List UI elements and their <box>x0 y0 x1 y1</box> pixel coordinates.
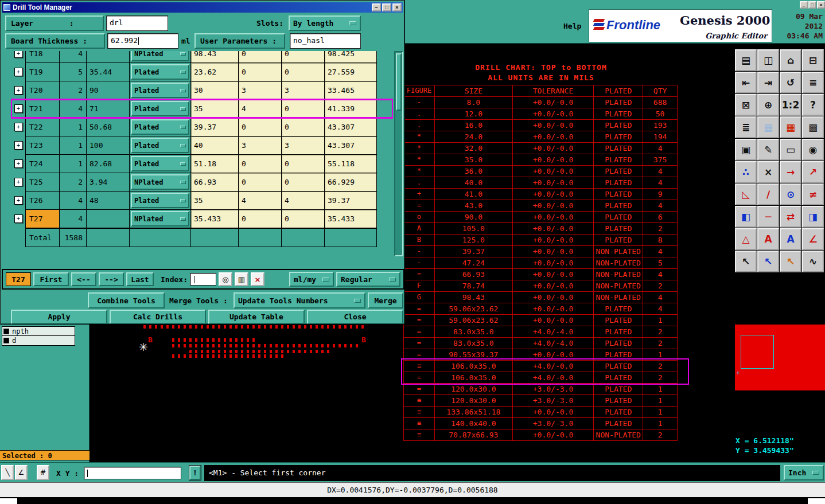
final-size-field[interactable]: 27.559 <box>324 62 377 81</box>
plated-dropdown[interactable]: Plated <box>131 138 189 153</box>
pad-origin-icon[interactable]: ↗ <box>802 161 824 183</box>
expand-icon[interactable]: + <box>14 214 23 223</box>
close-button[interactable]: Close <box>307 310 403 324</box>
param1-field[interactable]: 0 <box>238 154 282 173</box>
line-style-icon[interactable]: ─ <box>757 206 779 228</box>
drill-size-field[interactable]: 30 <box>190 81 239 100</box>
param2-field[interactable]: 0 <box>281 118 325 136</box>
sheet-stack-icon[interactable]: ≣ <box>735 116 757 138</box>
split-view-icon[interactable]: ⊟ <box>802 49 824 71</box>
circle-measure-icon[interactable]: ⊙ <box>780 183 801 205</box>
drill-size-field[interactable]: 35 <box>190 99 239 118</box>
dialog-maximize-button[interactable]: □ <box>382 3 391 11</box>
drill-size-field[interactable]: 35.433 <box>190 209 239 228</box>
param2-field[interactable]: 4 <box>281 191 325 210</box>
expand-icon[interactable]: + <box>14 104 23 113</box>
tool-name-cell[interactable]: T26 <box>25 191 60 210</box>
angle-measure-icon[interactable]: ∠ <box>802 228 824 250</box>
dialog-titlebar[interactable]: Drill Tool Manager – □ × <box>2 2 403 13</box>
table-scrollbar[interactable] <box>394 51 403 256</box>
layer-item[interactable]: npth <box>2 327 75 336</box>
drill-size-field[interactable]: 40 <box>190 136 239 155</box>
pad-icon[interactable]: ◉ <box>802 139 824 161</box>
net-points-icon[interactable]: ∴ <box>735 161 757 183</box>
shape-edit-icon[interactable]: ✎ <box>757 139 779 161</box>
app-minimize-button[interactable]: _ <box>800 1 808 9</box>
dialog-close-button[interactable]: × <box>392 3 402 11</box>
layer-input[interactable]: drl <box>106 15 168 31</box>
param2-field[interactable]: 3 <box>281 81 325 100</box>
expand-icon[interactable]: + <box>14 86 23 95</box>
tool-name-cell[interactable]: T18 <box>25 51 60 63</box>
angle-tool-icon[interactable]: ∠ <box>15 465 28 480</box>
scrollbar-thumb[interactable] <box>396 53 402 111</box>
angle-ruler-icon[interactable]: ◺ <box>735 183 757 205</box>
pad-move-icon[interactable]: → <box>780 161 801 183</box>
tool-name-cell[interactable]: T23 <box>25 136 60 155</box>
tool-name-cell[interactable]: T24 <box>25 154 60 173</box>
drill-size-field[interactable]: 35 <box>190 191 239 210</box>
select-orange-icon[interactable]: ↖ <box>780 251 801 272</box>
param2-field[interactable]: 0 <box>281 154 325 173</box>
calc-drills-button[interactable]: Calc Drills <box>110 310 206 324</box>
zoom-fit-icon[interactable]: ⊠ <box>735 94 757 116</box>
pan-left-icon[interactable]: ⇤ <box>735 72 757 93</box>
final-size-field[interactable]: 41.339 <box>324 99 377 118</box>
param2-field[interactable]: 0 <box>281 51 325 63</box>
param1-field[interactable]: 4 <box>238 191 282 210</box>
last-button[interactable]: Last <box>126 272 154 286</box>
tool-name-cell[interactable]: T19 <box>25 62 60 81</box>
slots-dropdown[interactable]: By length <box>289 15 361 31</box>
plated-dropdown[interactable]: Plated <box>131 101 189 116</box>
index-input[interactable] <box>190 273 216 286</box>
combine-tools-button[interactable]: Combine Tools <box>88 292 165 308</box>
pan-center-icon[interactable]: ⊕ <box>757 94 779 116</box>
plated-dropdown[interactable]: NPlated <box>131 211 189 226</box>
fill-shape-icon[interactable]: ◨ <box>802 206 824 228</box>
home-view-icon[interactable]: ⌂ <box>780 49 801 71</box>
tool-name-cell[interactable]: T25 <box>25 173 60 192</box>
next-button[interactable]: --> <box>99 272 124 286</box>
plated-dropdown[interactable]: Plated <box>131 119 189 135</box>
update-tools-numbers-dropdown[interactable]: Update Tools Numbers <box>234 292 365 308</box>
board-thickness-input[interactable]: 62.992 <box>107 33 178 49</box>
slope-measure-icon[interactable]: ∕ <box>757 183 779 205</box>
ruler-icon[interactable]: ▭ <box>780 139 801 161</box>
grid-tool-icon[interactable]: # <box>37 465 49 480</box>
select-arrow-icon[interactable]: ↖ <box>735 251 757 272</box>
delete-icon[interactable]: × <box>251 272 264 286</box>
screen-icon[interactable]: ◫ <box>757 49 779 71</box>
expand-icon[interactable]: + <box>14 51 23 58</box>
tool-name-cell[interactable]: T21 <box>25 99 60 118</box>
final-size-field[interactable]: 39.37 <box>324 191 377 210</box>
tool-name-cell[interactable]: T27 <box>25 209 60 228</box>
units-dropdown-main[interactable]: Inch <box>784 465 824 480</box>
net-compare-icon[interactable]: ≠ <box>802 183 824 205</box>
dialog-minimize-button[interactable]: – <box>372 3 381 11</box>
final-size-field[interactable]: 43.307 <box>324 136 377 155</box>
expand-icon[interactable]: + <box>14 159 23 168</box>
text-blue-icon[interactable]: A <box>780 228 801 250</box>
layer-item[interactable]: d <box>2 336 75 345</box>
cut-icon[interactable]: × <box>757 161 779 183</box>
swap-icon[interactable]: ⇄ <box>780 206 801 228</box>
plated-dropdown[interactable]: Plated <box>131 193 189 208</box>
expand-icon[interactable]: + <box>14 178 23 186</box>
drill-size-field[interactable]: 39.37 <box>190 118 239 136</box>
text-red-icon[interactable]: A <box>757 228 779 250</box>
grid-icon[interactable]: ▥ <box>235 272 248 286</box>
plated-dropdown[interactable]: Plated <box>131 83 189 98</box>
plated-dropdown[interactable]: NPlated <box>131 174 189 190</box>
triangle-outline-icon[interactable]: △ <box>735 228 757 250</box>
alert-button[interactable]: ! <box>189 466 201 480</box>
plated-dropdown[interactable]: Plated <box>131 64 189 80</box>
tool-name-cell[interactable]: T20 <box>25 81 60 100</box>
zoom-icon[interactable]: ◎ <box>219 272 232 286</box>
apply-button[interactable]: Apply <box>11 310 107 324</box>
param1-field[interactable]: 3 <box>238 81 282 100</box>
measure-path-icon[interactable]: ∿ <box>802 251 824 272</box>
expand-icon[interactable]: + <box>14 141 23 150</box>
param1-field[interactable]: 0 <box>238 51 282 63</box>
xy-input[interactable] <box>84 467 181 479</box>
merge-button[interactable]: Merge <box>368 292 403 308</box>
